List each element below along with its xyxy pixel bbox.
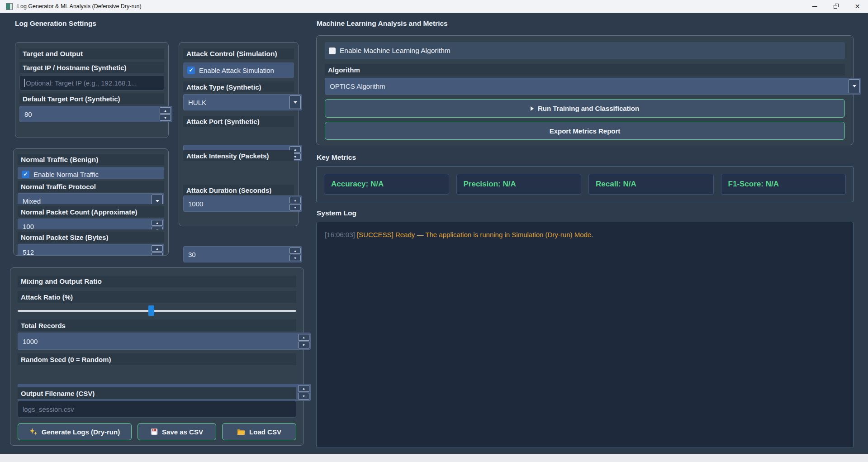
floppy-disk-icon (151, 428, 158, 435)
check-icon: ✓ (22, 171, 29, 178)
attack-intensity-spinbox[interactable]: 1000 ▲ ▼ (183, 195, 302, 212)
output-filename-input[interactable]: logs_session.csv (18, 400, 296, 418)
group-title: Mixing and Output Ratio (18, 276, 296, 287)
output-filename-label: Output Filename (CSV) (18, 387, 296, 399)
target-port-label: Default Target Port (Synthetic) (19, 93, 164, 104)
spinner-down-icon[interactable]: ▼ (289, 204, 301, 210)
target-ip-label: Target IP / Hostname (Synthetic) (19, 62, 164, 73)
random-seed-label: Random Seed (0 = Random) (18, 353, 296, 365)
group-title: Normal Traffic (Benign) (18, 154, 164, 165)
attack-ratio-slider-handle[interactable] (148, 305, 154, 316)
spinbox-value: 80 (24, 110, 32, 118)
run-training-button[interactable]: Run Training and Classification (325, 99, 845, 118)
spinner-down-icon[interactable]: ▼ (298, 342, 309, 348)
checkbox-label: Enable Machine Learning Algorithm (340, 47, 451, 55)
generate-logs-button[interactable]: Generate Logs (Dry-run) (18, 423, 132, 440)
normal-count-label: Normal Packet Count (Approximate) (18, 206, 164, 217)
spinner-up-icon[interactable]: ▲ (160, 107, 171, 114)
attack-control-group: Attack Control (Simulation) ✓ Enable Att… (179, 42, 299, 226)
close-button[interactable]: ✕ (847, 0, 868, 13)
app-window: Log Generator & ML Analysis (Defensive D… (0, 0, 868, 462)
minimize-icon (812, 6, 817, 7)
attack-type-label: Attack Type (Synthetic) (183, 81, 294, 92)
chevron-down-icon (849, 79, 860, 93)
action-buttons-row: Generate Logs (Dry-run) Save as CSV Load… (18, 423, 296, 440)
spinner-up-icon[interactable]: ▲ (152, 245, 163, 252)
check-icon: ✓ (187, 67, 195, 74)
enable-normal-traffic-checkbox[interactable]: ✓ Enable Normal Traffic (18, 167, 164, 179)
button-label: Load CSV (249, 428, 281, 436)
spinner-up-icon[interactable]: ▲ (298, 334, 309, 341)
chevron-down-icon (152, 195, 163, 204)
spinbox-value: 512 (23, 248, 34, 256)
restore-button[interactable] (825, 0, 847, 13)
normal-traffic-group: Normal Traffic (Benign) ✓ Enable Normal … (13, 148, 169, 256)
spinner-down-icon[interactable]: ▼ (289, 255, 301, 261)
spinner-up-icon[interactable]: ▲ (298, 385, 309, 392)
normal-size-spinbox[interactable]: 512 ▲ ▼ (18, 244, 164, 255)
total-records-spinbox[interactable]: 1000 ▲ ▼ (18, 333, 311, 350)
window-title: Log Generator & ML Analysis (Defensive D… (17, 3, 142, 10)
select-value: Mixed (23, 197, 41, 205)
ml-controls-group: Enable Machine Learning Algorithm Algori… (316, 35, 854, 145)
minimize-button[interactable] (804, 0, 825, 13)
key-metrics-heading: Key Metrics (317, 153, 356, 162)
export-metrics-button[interactable]: Export Metrics Report (325, 122, 845, 140)
algorithm-label: Algorithm (325, 64, 845, 76)
log-entry: [16:06:03] [SUCCESS] Ready — The applica… (325, 230, 845, 239)
spinner-down-icon[interactable]: ▼ (152, 227, 163, 229)
spinner-down-icon[interactable]: ▼ (160, 114, 171, 121)
enable-attack-simulation-checkbox[interactable]: ✓ Enable Attack Simulation (183, 62, 294, 78)
spinbox-value: 1000 (188, 200, 203, 208)
normal-size-label: Normal Packet Size (Bytes) (18, 232, 164, 243)
attack-ratio-slider[interactable] (18, 305, 296, 316)
attack-type-select[interactable]: HULK (183, 94, 302, 110)
spinner-up-icon[interactable]: ▲ (289, 197, 301, 203)
group-title: Target and Output (19, 48, 164, 59)
accuracy-metric: Accuracy: N/A (324, 174, 449, 195)
play-icon (531, 106, 534, 111)
output-filename-value: logs_session.csv (23, 405, 74, 413)
spinner-down-icon[interactable]: ▼ (152, 252, 163, 255)
spinner-up-icon[interactable]: ▲ (289, 248, 301, 254)
select-value: HULK (188, 99, 206, 106)
attack-port-label: Attack Port (Synthetic) (183, 116, 294, 127)
left-panel-heading: Log Generation Settings (15, 19, 96, 28)
normal-count-spinbox[interactable]: 100 ▲ ▼ (18, 219, 164, 229)
load-csv-button[interactable]: Load CSV (222, 423, 296, 440)
spinbox-value: 1000 (23, 338, 38, 345)
normal-protocol-select[interactable]: Mixed (18, 193, 164, 204)
text-cursor (24, 79, 25, 87)
system-log-area[interactable]: [16:06:03] [SUCCESS] Ready — The applica… (316, 222, 854, 448)
checkbox-label: Enable Attack Simulation (199, 67, 274, 74)
target-ip-input[interactable]: Optional: Target IP (e.g., 192.168.1... (19, 75, 164, 90)
select-value: OPTICS Algorithm (330, 82, 385, 90)
target-port-spinbox[interactable]: 80 ▲ ▼ (19, 106, 172, 122)
log-message: [SUCCESS] Ready — The application is run… (357, 231, 593, 238)
button-label: Run Training and Classification (538, 105, 639, 112)
log-timestamp: [16:06:03] (325, 231, 355, 238)
window-controls: ✕ (804, 0, 868, 13)
enable-ml-checkbox[interactable]: Enable Machine Learning Algorithm (325, 42, 845, 59)
f1-score-metric: F1-Score: N/A (721, 174, 846, 195)
right-panel-heading: Machine Learning Analysis and Metrics (317, 19, 448, 28)
button-label: Generate Logs (Dry-run) (42, 428, 120, 436)
attack-intensity-label: Attack Intensity (Packets) (183, 150, 294, 161)
bottom-window-strip (0, 454, 868, 462)
normal-protocol-label: Normal Traffic Protocol (18, 181, 164, 192)
attack-duration-label: Attack Duration (Seconds) (183, 185, 294, 195)
spinbox-value: 30 (188, 251, 196, 258)
attack-duration-spinbox[interactable]: 30 ▲ ▼ (183, 246, 302, 262)
button-label: Save as CSV (162, 428, 203, 436)
close-icon: ✕ (855, 3, 860, 10)
spinner-down-icon[interactable]: ▼ (298, 393, 309, 400)
save-csv-button[interactable]: Save as CSV (138, 423, 216, 440)
restore-icon (834, 5, 838, 9)
spinbox-value: 100 (23, 223, 34, 230)
spinner-up-icon[interactable]: ▲ (152, 220, 163, 226)
target-output-group: Target and Output Target IP / Hostname (… (15, 42, 169, 138)
algorithm-select[interactable]: OPTICS Algorithm (325, 78, 861, 95)
group-title: Attack Control (Simulation) (183, 48, 294, 59)
chevron-down-icon (289, 95, 301, 109)
slider-track (18, 310, 296, 312)
